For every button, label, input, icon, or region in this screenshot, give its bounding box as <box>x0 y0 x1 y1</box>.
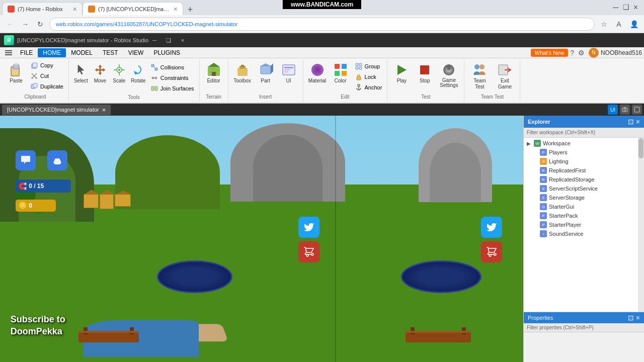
hamburger-menu[interactable] <box>2 48 15 58</box>
whats-new-button[interactable]: What's New <box>531 49 568 57</box>
address-bar[interactable]: web.roblox.com/games/4311605287/UNCOPYLO… <box>49 18 595 31</box>
user-badge[interactable]: N NOOBhead516 <box>589 48 642 58</box>
studio-minimize-btn[interactable]: ─ <box>148 36 160 45</box>
tree-item-server-script[interactable]: S ServerScriptService <box>525 184 637 193</box>
tree-item-starter-gui[interactable]: G StarterGui <box>525 202 637 211</box>
svg-point-65 <box>55 158 57 160</box>
settings-icon[interactable]: ⚙ <box>578 49 585 57</box>
paste-button[interactable]: Paste <box>5 60 27 85</box>
group-label: Group <box>365 63 380 69</box>
hud-pets-btn[interactable] <box>47 150 67 170</box>
menu-plugins[interactable]: PLUGINS <box>148 48 185 57</box>
user-name: NOOBhead516 <box>601 49 642 56</box>
shop-btn-right[interactable] <box>481 241 502 262</box>
collisions-button[interactable]: Collisions <box>148 62 196 72</box>
rotate-label: Rotate <box>131 78 145 84</box>
tree-item-sound-service[interactable]: ♪ SoundService <box>525 229 637 238</box>
menu-file[interactable]: FILE <box>15 48 38 57</box>
browser-controls: ← → ↻ web.roblox.com/games/4311605287/UN… <box>0 15 644 33</box>
back-button[interactable]: ← <box>4 18 16 30</box>
properties-detach-btn[interactable]: ⊡ <box>628 314 634 322</box>
translate-button[interactable]: A <box>613 18 625 30</box>
explorer-scrollbar-thumb[interactable] <box>638 138 643 158</box>
ui-button[interactable]: UI <box>278 60 300 85</box>
cut-label: Cut <box>40 73 49 79</box>
maximize-toggle[interactable] <box>632 105 642 115</box>
stop-button[interactable]: Stop <box>414 60 436 85</box>
tab-home[interactable]: (7) Home - Roblox × <box>2 2 83 15</box>
svg-rect-19 <box>155 68 157 70</box>
explorer-tree[interactable]: ▶ W Workspace P Players ☀ Lighting <box>524 138 638 312</box>
tree-item-starter-player[interactable]: P StarterPlayer <box>525 220 637 229</box>
tab-close-home[interactable]: × <box>73 5 77 13</box>
win-close[interactable]: × <box>633 3 638 12</box>
move-button[interactable]: Move <box>91 60 109 85</box>
refresh-button[interactable]: ↻ <box>34 18 46 30</box>
tree-item-starter-pack[interactable]: P StarterPack <box>525 211 637 220</box>
anchor-button[interactable]: Anchor <box>353 82 384 93</box>
svg-point-51 <box>358 84 360 86</box>
svg-rect-32 <box>261 66 271 74</box>
anchor-label: Anchor <box>365 84 382 90</box>
toolbox-button[interactable]: Toolbox <box>231 60 254 85</box>
scale-button[interactable]: Scale <box>110 60 128 85</box>
menu-view[interactable]: VIEW <box>123 48 149 57</box>
explorer-detach-btn[interactable]: ⊡ <box>628 118 634 126</box>
terrain-editor-button[interactable]: Editor <box>203 60 225 85</box>
ui-toggle[interactable]: UI <box>608 105 618 115</box>
twitter-btn-left[interactable] <box>298 217 319 238</box>
constraints-button[interactable]: Constraints <box>148 73 196 83</box>
cut-button[interactable]: Cut <box>28 71 65 81</box>
editor-tab-close[interactable]: × <box>102 106 106 114</box>
lock-button[interactable]: Lock <box>353 72 384 82</box>
game-settings-button[interactable]: Game Settings <box>437 60 461 89</box>
tab-close-studio[interactable]: × <box>174 5 178 13</box>
profile-button[interactable]: 👤 <box>628 18 640 30</box>
studio-close-btn[interactable]: × <box>177 36 189 45</box>
win-restore[interactable]: ❑ <box>623 3 629 12</box>
studio-restore-btn[interactable]: ❑ <box>163 36 175 45</box>
ribbon-right-actions: ? ⚙ N NOOBhead516 <box>570 48 642 58</box>
color-label: Color <box>335 78 347 84</box>
join-surfaces-button[interactable]: Join Surfaces <box>148 83 196 94</box>
tree-item-lighting[interactable]: ☀ Lighting <box>525 157 637 166</box>
part-button[interactable]: Part <box>255 60 277 85</box>
exit-game-button[interactable]: Exit Game <box>493 60 517 92</box>
toolbox-label: Toolbox <box>233 78 251 84</box>
hud-chat-btn[interactable] <box>16 150 36 170</box>
viewport[interactable]: 🧲 0 / 15 🪙 0 <box>0 116 523 362</box>
copy-button[interactable]: Copy <box>28 60 65 70</box>
color-button[interactable]: Color <box>330 60 352 85</box>
menu-home[interactable]: HOME <box>38 48 66 57</box>
material-button[interactable]: Material <box>306 60 329 85</box>
play-button[interactable]: Play <box>390 60 413 85</box>
properties-close-btn[interactable]: × <box>636 314 640 322</box>
lighting-label: Lighting <box>549 158 569 164</box>
editor-tab-main[interactable]: [UNCOPYLOCKED]magnet simulator × <box>2 105 111 115</box>
forward-button[interactable]: → <box>19 18 31 30</box>
group-button[interactable]: Group <box>353 61 384 71</box>
rotate-button[interactable]: Rotate <box>129 60 147 85</box>
studio-logo: R <box>4 35 14 45</box>
tree-item-workspace[interactable]: ▶ W Workspace <box>525 139 637 148</box>
camera-toggle[interactable] <box>620 105 630 115</box>
shop-btn-left[interactable] <box>298 241 319 262</box>
menu-model[interactable]: MODEL <box>66 48 98 57</box>
duplicate-button[interactable]: Duplicate <box>28 81 65 92</box>
help-icon[interactable]: ? <box>570 49 574 57</box>
team-test-button[interactable]: Team Test <box>467 60 492 92</box>
explorer-scrollbar[interactable] <box>638 138 644 312</box>
svg-rect-48 <box>356 67 358 69</box>
tree-item-replicated-first[interactable]: R ReplicatedFirst <box>525 166 637 175</box>
tree-item-replicated-storage[interactable]: R ReplicatedStorage <box>525 175 637 184</box>
menu-test[interactable]: TEST <box>98 48 123 57</box>
tree-item-server-storage[interactable]: S ServerStorage <box>525 193 637 202</box>
win-minimize[interactable]: ─ <box>613 3 618 12</box>
tree-item-players[interactable]: P Players <box>525 148 637 157</box>
tab-roblox-studio[interactable]: (7) [UNCOPYLOCKED]magnet si... × <box>83 2 183 15</box>
bookmark-button[interactable]: ☆ <box>598 18 610 30</box>
new-tab-button[interactable]: + <box>183 5 197 15</box>
twitter-btn-right[interactable] <box>481 217 502 238</box>
select-button[interactable]: Select <box>72 60 90 85</box>
explorer-close-btn[interactable]: × <box>636 118 640 126</box>
